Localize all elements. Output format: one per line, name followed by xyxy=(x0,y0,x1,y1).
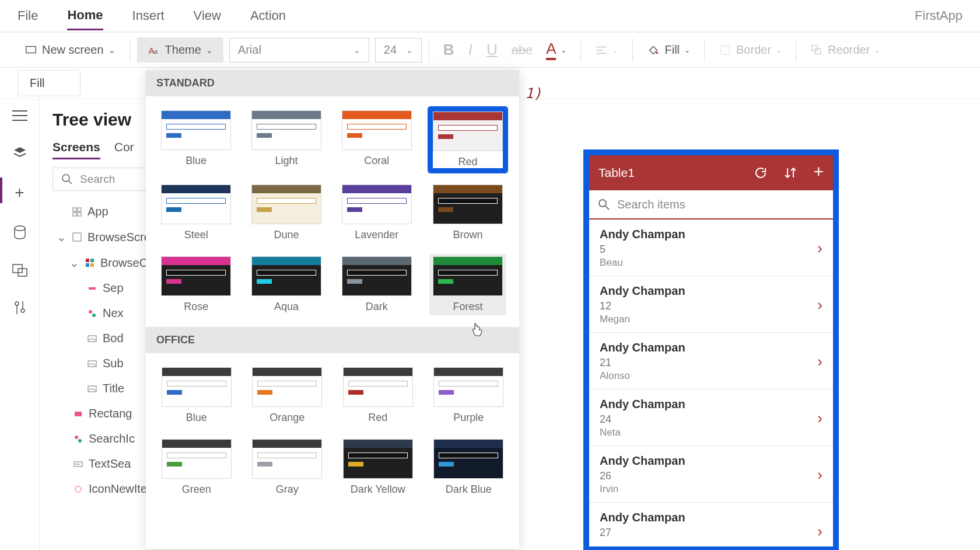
svg-rect-22 xyxy=(73,208,76,211)
svg-rect-36 xyxy=(88,386,96,392)
svg-line-44 xyxy=(606,206,609,210)
item-body: Beau xyxy=(600,257,822,269)
theme-dropdown-panel: STANDARD Blue Light Coral xyxy=(146,70,519,549)
chevron-down-icon: ⌄ xyxy=(874,46,880,54)
underline-button[interactable]: U xyxy=(480,37,505,62)
theme-option-forest[interactable]: Forest xyxy=(429,254,506,315)
theme-option-light[interactable]: Light xyxy=(249,108,324,172)
item-body: Alonso xyxy=(600,370,822,382)
search-icon xyxy=(597,198,610,211)
item-title: Andy Champan xyxy=(600,511,822,524)
theme-option-orange[interactable]: Orange xyxy=(250,365,326,426)
svg-rect-26 xyxy=(73,233,81,241)
italic-button[interactable]: I xyxy=(461,37,480,62)
chevron-right-icon[interactable]: › xyxy=(817,353,822,371)
theme-icon: Aa xyxy=(148,44,160,57)
border-button[interactable]: Border ⌄ xyxy=(712,40,789,60)
theme-button[interactable]: Aa Theme ⌄ xyxy=(137,37,223,62)
theme-option-brown[interactable]: Brown xyxy=(429,182,506,243)
theme-option-red[interactable]: Red xyxy=(429,108,506,172)
theme-label: Dark Yellow xyxy=(342,483,414,496)
item-body: Irvin xyxy=(600,483,822,495)
settings-icon[interactable] xyxy=(13,300,26,315)
theme-option-rose[interactable]: Rose xyxy=(159,254,234,315)
layers-icon[interactable] xyxy=(12,145,27,160)
theme-option-coral[interactable]: Coral xyxy=(339,108,414,172)
strike-button[interactable]: abc xyxy=(505,39,539,61)
svg-point-33 xyxy=(92,314,96,317)
chevron-right-icon[interactable]: › xyxy=(817,296,822,314)
sort-icon[interactable] xyxy=(784,166,797,180)
fill-label: Fill xyxy=(664,43,680,57)
theme-option-dark-yellow[interactable]: Dark Yellow xyxy=(340,437,416,498)
tab-view[interactable]: View xyxy=(194,2,221,29)
app-canvas[interactable]: Table1 + Search items Andy Champan 5 Bea… xyxy=(583,149,839,550)
theme-option-aqua[interactable]: Aqua xyxy=(249,254,324,315)
theme-label: Dark Blue xyxy=(433,483,505,496)
hamburger-icon[interactable] xyxy=(12,110,27,121)
add-icon[interactable]: + xyxy=(15,183,24,202)
theme-option-dark-blue[interactable]: Dark Blue xyxy=(431,437,507,498)
new-screen-button[interactable]: New screen ⌄ xyxy=(18,40,123,60)
svg-text:a: a xyxy=(154,47,158,54)
tree-tab-screens[interactable]: Screens xyxy=(52,140,100,159)
theme-option-red[interactable]: Red xyxy=(340,365,416,426)
tab-home[interactable]: Home xyxy=(67,2,103,30)
chevron-down-icon: ⌄ xyxy=(776,46,782,54)
chevron-right-icon[interactable]: › xyxy=(817,409,822,427)
item-subtitle: 26 xyxy=(600,470,822,482)
chevron-right-icon[interactable]: › xyxy=(817,523,822,541)
list-item[interactable]: Andy Champan 21 Alonso › xyxy=(589,333,833,389)
list-item[interactable]: Andy Champan 27 › xyxy=(589,503,833,548)
theme-option-purple[interactable]: Purple xyxy=(431,365,507,426)
theme-option-steel[interactable]: Steel xyxy=(159,182,234,243)
svg-rect-30 xyxy=(90,263,94,267)
search-items-input[interactable]: Search items xyxy=(589,190,833,220)
theme-label: Steel xyxy=(161,229,232,241)
font-family-select[interactable]: Arial ⌄ xyxy=(229,38,369,62)
tab-file[interactable]: File xyxy=(18,2,38,29)
fill-button[interactable]: Fill ⌄ xyxy=(640,40,697,60)
theme-option-dune[interactable]: Dune xyxy=(249,182,324,243)
theme-option-blue[interactable]: Blue xyxy=(159,365,235,426)
theme-label: Red xyxy=(342,412,414,424)
font-color-button[interactable]: A⌄ xyxy=(539,36,573,64)
theme-option-gray[interactable]: Gray xyxy=(250,437,326,498)
property-select[interactable]: Fill xyxy=(18,70,80,96)
add-icon[interactable]: + xyxy=(813,166,824,180)
list-item[interactable]: Andy Champan 12 Megan › xyxy=(589,276,833,333)
font-size-value: 24 xyxy=(384,43,397,57)
list-item[interactable]: Andy Champan 5 Beau › xyxy=(589,220,833,276)
font-size-select[interactable]: 24 ⌄ xyxy=(375,38,422,62)
reorder-label: Reorder xyxy=(828,43,870,57)
bucket-icon xyxy=(647,44,660,57)
list-item[interactable]: Andy Champan 26 Irvin › xyxy=(589,446,833,503)
align-button[interactable]: ⌄ xyxy=(588,40,625,60)
svg-point-13 xyxy=(15,226,25,231)
svg-rect-27 xyxy=(86,259,89,262)
bold-button[interactable]: B xyxy=(436,37,461,62)
media-icon[interactable] xyxy=(12,264,27,277)
chevron-right-icon[interactable]: › xyxy=(817,239,822,257)
svg-rect-35 xyxy=(88,361,96,367)
svg-point-38 xyxy=(75,436,78,439)
item-title: Andy Champan xyxy=(600,454,822,468)
font-family-value: Arial xyxy=(238,43,261,57)
border-icon xyxy=(719,44,732,57)
theme-option-blue[interactable]: Blue xyxy=(159,108,234,172)
chevron-down-icon: ⌄ xyxy=(354,46,360,55)
app-name: FirstApp xyxy=(915,8,963,23)
tree-tab-components[interactable]: Cor xyxy=(114,140,134,159)
reorder-button[interactable]: Reorder ⌄ xyxy=(803,40,887,60)
property-name: Fill xyxy=(30,76,45,89)
theme-option-green[interactable]: Green xyxy=(159,437,235,498)
svg-rect-7 xyxy=(721,46,730,54)
chevron-right-icon[interactable]: › xyxy=(817,466,822,484)
tab-action[interactable]: Action xyxy=(250,2,286,29)
tab-insert[interactable]: Insert xyxy=(132,2,164,29)
theme-option-lavender[interactable]: Lavender xyxy=(339,182,414,243)
refresh-icon[interactable] xyxy=(754,166,768,180)
data-icon[interactable] xyxy=(13,225,26,241)
theme-option-dark[interactable]: Dark xyxy=(339,254,414,315)
list-item[interactable]: Andy Champan 24 Neta › xyxy=(589,389,833,446)
